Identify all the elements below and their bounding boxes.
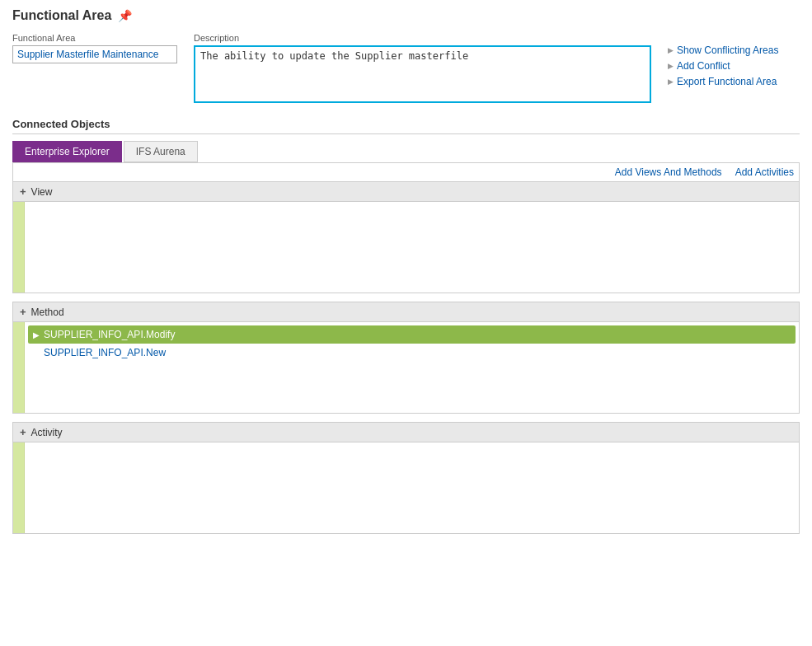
- method-sidebar: [13, 322, 25, 413]
- method-section: + Method ▶ SUPPLIER_INFO_API.Modify ▶ SU…: [12, 302, 800, 414]
- method-item-modify-arrow: ▶: [33, 330, 40, 339]
- method-item-new-label: SUPPLIER_INFO_API.New: [44, 347, 166, 358]
- activity-main: [25, 442, 799, 533]
- method-item-modify-label: SUPPLIER_INFO_API.Modify: [44, 329, 175, 340]
- connected-objects-section: Connected Objects Enterprise Explorer IF…: [12, 118, 800, 534]
- method-item-new[interactable]: ▶ SUPPLIER_INFO_API.New: [28, 344, 796, 362]
- add-views-methods-link[interactable]: Add Views And Methods: [615, 166, 722, 178]
- method-plus-icon[interactable]: +: [20, 306, 26, 318]
- tab-ifs-aurena[interactable]: IFS Aurena: [124, 141, 198, 162]
- page-header: Functional Area 📌: [12, 8, 800, 23]
- export-link[interactable]: Export Functional Area: [668, 76, 800, 87]
- activity-sidebar: [13, 442, 25, 533]
- view-header-cols: View: [31, 186, 792, 198]
- tabs-bar: Enterprise Explorer IFS Aurena: [12, 141, 800, 162]
- add-conflict-link[interactable]: Add Conflict: [668, 60, 800, 72]
- activity-header-cols: Activity: [31, 427, 792, 438]
- view-section-content: [13, 202, 799, 293]
- form-right: Show Conflicting Areas Add Conflict Expo…: [668, 33, 800, 91]
- page-container: Functional Area 📌 Functional Area Descri…: [0, 0, 812, 646]
- activity-section-content: [13, 442, 799, 533]
- pin-icon: 📌: [118, 9, 132, 22]
- connected-objects-title: Connected Objects: [12, 118, 800, 134]
- method-main: ▶ SUPPLIER_INFO_API.Modify ▶ SUPPLIER_IN…: [25, 322, 799, 413]
- description-textarea[interactable]: [194, 45, 651, 103]
- activity-section: + Activity: [12, 422, 800, 534]
- form-middle: Description: [194, 33, 651, 103]
- activity-plus-icon[interactable]: +: [20, 426, 26, 438]
- method-header-cols: Method: [31, 307, 792, 318]
- method-col-label: Method: [31, 307, 412, 318]
- form-area: Functional Area Description Show Conflic…: [12, 33, 800, 103]
- view-main: [25, 202, 799, 293]
- tab-enterprise-explorer[interactable]: Enterprise Explorer: [12, 141, 122, 162]
- description-label: Description: [194, 33, 651, 43]
- page-title: Functional Area: [12, 8, 111, 23]
- view-col-label: View: [31, 186, 412, 198]
- activity-col-label: Activity: [31, 427, 412, 438]
- view-section: + View: [12, 181, 800, 293]
- table-actions-bar: Add Views And Methods Add Activities: [12, 162, 800, 181]
- activity-section-header: + Activity: [13, 423, 799, 442]
- method-section-header: + Method: [13, 302, 799, 322]
- functional-area-label: Functional Area: [12, 33, 177, 43]
- method-item-modify[interactable]: ▶ SUPPLIER_INFO_API.Modify: [28, 325, 796, 344]
- view-section-header: + View: [13, 182, 799, 202]
- functional-area-input[interactable]: [12, 45, 177, 63]
- form-left: Functional Area: [12, 33, 177, 63]
- view-plus-icon[interactable]: +: [20, 185, 26, 198]
- method-item-new-arrow: ▶: [33, 349, 40, 358]
- add-activities-link[interactable]: Add Activities: [735, 166, 794, 178]
- view-sidebar: [13, 202, 25, 293]
- method-section-content: ▶ SUPPLIER_INFO_API.Modify ▶ SUPPLIER_IN…: [13, 322, 799, 413]
- show-conflicting-link[interactable]: Show Conflicting Areas: [668, 44, 800, 56]
